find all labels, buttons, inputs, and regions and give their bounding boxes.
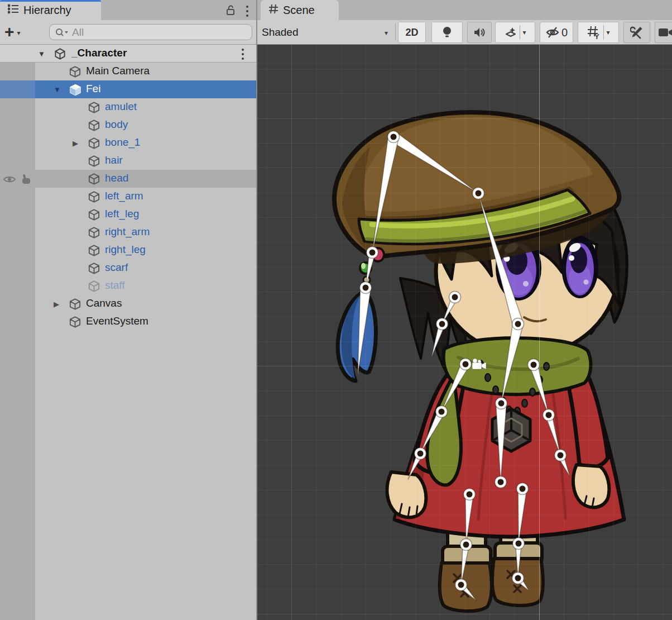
search-input[interactable] — [50, 25, 252, 40]
bone-overlay[interactable] — [257, 45, 672, 620]
lighting-toggle-button[interactable] — [431, 22, 463, 43]
tab-scene-label: Scene — [283, 4, 315, 17]
bone-joint-center — [515, 321, 521, 327]
hierarchy-item-body[interactable]: body — [0, 116, 256, 134]
cube-icon — [69, 65, 81, 81]
scene-visibility-button[interactable]: 0 — [540, 22, 573, 43]
item-label: Fei — [86, 83, 100, 95]
pickability-hand-icon[interactable] — [19, 174, 32, 188]
hierarchy-item-left-arm[interactable]: left_arm — [0, 188, 256, 206]
item-label: left_arm — [105, 190, 143, 202]
hierarchy-item-amulet[interactable]: amulet — [0, 98, 256, 116]
scene-toolbar: Shaded ▾ 2D — [257, 20, 672, 45]
draw-mode-dropdown[interactable]: Shaded ▾ — [262, 22, 392, 43]
bone-joint-center — [369, 250, 376, 256]
tab-scene[interactable]: Scene — [261, 0, 339, 20]
bone[interactable] — [478, 193, 523, 326]
camera-gizmo-icon[interactable] — [471, 357, 488, 373]
visibility-eye-icon[interactable] — [2, 174, 17, 187]
bone-joint-center — [498, 400, 505, 407]
effects-dropdown-button[interactable]: ▾ — [495, 22, 535, 43]
create-button[interactable]: + ▾ — [4, 23, 33, 41]
cube-icon — [88, 208, 100, 224]
bone-joint-center — [439, 409, 445, 415]
hierarchy-item-right-leg[interactable]: right_leg — [0, 241, 256, 259]
scene-viewport[interactable] — [257, 45, 672, 620]
item-label: left_leg — [105, 208, 139, 220]
item-label: EventSystem — [86, 315, 148, 327]
cube-icon — [88, 244, 100, 260]
bone[interactable] — [501, 322, 523, 403]
bone[interactable] — [496, 401, 507, 482]
bone-joint-center — [363, 285, 369, 291]
hierarchy-item-bone-1[interactable]: ▶bone_1 — [0, 134, 256, 152]
hierarchy-item-right-arm[interactable]: right_arm — [0, 223, 256, 241]
scene-tools-button[interactable] — [623, 22, 650, 43]
item-label: body — [105, 118, 128, 131]
grid-axis-icon: Y — [587, 25, 601, 40]
audio-toggle-button[interactable] — [467, 22, 492, 43]
scene-name-label: _Character — [71, 47, 127, 59]
hierarchy-item-main-camera[interactable]: Main Camera — [0, 63, 256, 80]
search-box[interactable] — [49, 24, 252, 40]
hierarchy-kebab-menu-icon[interactable] — [246, 6, 248, 17]
hierarchy-item-left-leg[interactable]: left_leg — [0, 206, 256, 223]
bone-joint-center — [417, 451, 424, 457]
bone-joint-center — [515, 575, 521, 581]
speaker-icon — [473, 27, 486, 38]
camera-icon — [658, 27, 672, 37]
hierarchy-item-eventsystem[interactable]: EventSystem — [0, 313, 256, 331]
tab-hierarchy[interactable]: Hierarchy — [0, 0, 101, 20]
expander-icon[interactable]: ▶ — [54, 300, 59, 308]
item-label: hair — [105, 154, 123, 166]
item-label: scarf — [105, 261, 128, 274]
draw-mode-label: Shaded — [262, 26, 299, 39]
hierarchy-item-scarf[interactable]: scarf — [0, 259, 256, 277]
cube-icon — [88, 226, 100, 242]
scene-grid-icon — [268, 4, 279, 17]
cube-icon — [88, 262, 100, 278]
grid-settings-button[interactable]: Y ▾ — [578, 22, 619, 43]
item-label: amulet — [105, 101, 137, 113]
bone-joint-center — [463, 542, 469, 548]
cube-icon — [88, 119, 100, 135]
scene-panel: Scene Shaded ▾ 2D — [257, 0, 672, 620]
item-label: bone_1 — [105, 136, 140, 149]
cube-icon — [88, 173, 100, 188]
unity-editor-window: Hierarchy + ▾ — [0, 0, 672, 620]
cube-icon — [69, 316, 81, 331]
hierarchy-item-head[interactable]: head — [0, 170, 256, 188]
cube-icon — [88, 137, 100, 152]
bone-joint-center — [476, 190, 482, 197]
bone[interactable] — [372, 135, 399, 252]
toggle-2d-button[interactable]: 2D — [398, 22, 426, 43]
bone[interactable] — [358, 285, 371, 375]
expander-icon[interactable]: ▶ — [73, 139, 78, 147]
hierarchy-item-fei[interactable]: ▼Fei — [0, 80, 256, 98]
hidden-eye-icon — [545, 26, 560, 39]
bone-joint-center — [558, 452, 564, 459]
hierarchy-item-hair[interactable]: hair — [0, 152, 256, 170]
chevron-down-icon: ▾ — [17, 30, 21, 36]
grid-axis-letter: Y — [594, 32, 599, 40]
item-label: staff — [105, 279, 125, 292]
camera-settings-button[interactable] — [655, 22, 672, 43]
hierarchy-scene-row[interactable]: ▼ _Character — [0, 45, 256, 63]
cube-icon — [88, 280, 100, 295]
bone[interactable] — [518, 487, 527, 543]
hierarchy-item-staff[interactable]: staff — [0, 277, 256, 295]
bone[interactable] — [391, 132, 478, 193]
2d-label: 2D — [405, 27, 418, 39]
cube-icon — [69, 298, 81, 313]
hierarchy-item-canvas[interactable]: ▶Canvas — [0, 295, 256, 313]
item-label: right_arm — [105, 226, 150, 238]
chevron-down-icon: ▾ — [385, 30, 388, 36]
lock-icon[interactable] — [225, 4, 236, 18]
cube-icon — [88, 190, 100, 206]
chevron-down-icon: ▾ — [522, 29, 526, 36]
hierarchy-tabbar: Hierarchy — [0, 0, 256, 20]
expander-icon[interactable]: ▼ — [54, 85, 61, 94]
scene-kebab-menu-icon[interactable] — [242, 49, 244, 60]
bone-joint-center — [516, 541, 522, 547]
hidden-count-label: 0 — [561, 26, 568, 39]
